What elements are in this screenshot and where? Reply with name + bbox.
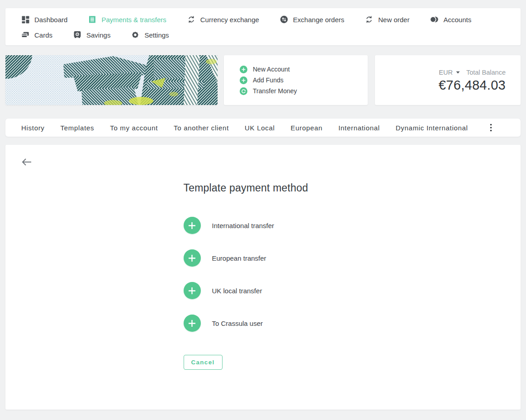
tab-european[interactable]: European (291, 124, 323, 132)
plus-circle-icon (240, 76, 247, 84)
banknote-image (5, 55, 218, 105)
nav-item-label: Exchange orders (293, 16, 344, 24)
more-tabs-button[interactable] (490, 124, 492, 132)
circular-arrows-icon (187, 15, 195, 24)
option-international-transfer[interactable]: International transfer (184, 217, 343, 234)
option-european-transfer[interactable]: European transfer (184, 249, 343, 267)
nav-item-new-order[interactable]: New order (365, 15, 409, 24)
chevron-down-icon (456, 71, 460, 74)
summary-row: New Account Add Funds Transfer Money EUR (5, 55, 521, 105)
dots-vertical-icon (490, 124, 492, 132)
currency-code: EUR (439, 69, 453, 76)
back-button[interactable] (20, 157, 33, 167)
option-label: International transfer (212, 222, 275, 229)
nav-item-label: Cards (34, 31, 52, 39)
nav-item-exchange-orders[interactable]: Exchange orders (280, 15, 344, 24)
transfer-circle-icon (240, 87, 247, 95)
tab-templates[interactable]: Templates (61, 124, 95, 132)
banknote-engraving (5, 55, 218, 105)
tab-to-my-account[interactable]: To my account (110, 124, 158, 132)
payments-tabs: History Templates To my account To anoth… (5, 119, 521, 137)
nav-item-label: Accounts (443, 16, 471, 24)
action-label: Add Funds (253, 76, 284, 84)
circular-arrows-icon (365, 15, 373, 24)
nav-item-label: New order (378, 16, 409, 24)
nav-item-label: Payments & transfers (101, 16, 166, 24)
option-uk-local-transfer[interactable]: UK local transfer (184, 282, 343, 299)
plus-circle-icon (184, 249, 201, 267)
nav-row-1: Dashboard Payments & transfers (21, 13, 505, 26)
nav-item-label: Currency exchange (200, 16, 259, 24)
payment-method-options: International transfer European transfer… (184, 217, 343, 332)
total-balance-amount: €76,484.03 (375, 78, 506, 93)
add-funds-action[interactable]: Add Funds (240, 76, 359, 85)
option-to-crassula-user[interactable]: To Crassula user (184, 315, 343, 332)
nav-item-label: Settings (144, 31, 169, 39)
plus-circle-icon (240, 66, 247, 73)
nav-item-savings[interactable]: Savings (73, 31, 110, 39)
template-payment-panel: Template payment method International tr… (5, 145, 521, 410)
option-label: UK local transfer (212, 287, 262, 295)
nav-item-label: Savings (86, 31, 110, 39)
template-method-content: Template payment method International tr… (184, 145, 343, 370)
page-title: Template payment method (184, 182, 343, 194)
new-account-action[interactable]: New Account (240, 65, 359, 74)
cancel-button[interactable]: Cancel (184, 355, 223, 370)
option-label: To Crassula user (212, 320, 263, 327)
main-nav: Dashboard Payments & transfers (5, 8, 521, 45)
credit-cards-icon (21, 31, 29, 39)
nav-row-2: Cards Savings (21, 29, 505, 41)
up-down-arrows-circle-icon (280, 15, 288, 24)
gear-icon (131, 31, 139, 39)
plus-circle-icon (184, 315, 201, 332)
dashboard-icon (21, 15, 29, 24)
receipt-icon (88, 15, 96, 24)
action-label: Transfer Money (253, 87, 297, 95)
tab-uk-local[interactable]: UK Local (245, 124, 275, 132)
nav-item-dashboard[interactable]: Dashboard (21, 15, 67, 24)
tab-dynamic-international[interactable]: Dynamic International (396, 124, 468, 132)
option-label: European transfer (212, 254, 266, 262)
arrow-left-icon (21, 158, 32, 166)
tab-to-another-client[interactable]: To another client (174, 124, 229, 132)
tab-history[interactable]: History (21, 124, 45, 132)
plus-circle-icon (184, 217, 201, 234)
nav-item-accounts[interactable]: Accounts (430, 15, 471, 24)
action-label: New Account (253, 66, 290, 73)
nav-item-settings[interactable]: Settings (131, 31, 169, 39)
transfer-money-action[interactable]: Transfer Money (240, 86, 359, 95)
quick-actions-card: New Account Add Funds Transfer Money (224, 55, 368, 105)
total-balance-label: Total Balance (466, 69, 506, 76)
safe-icon (73, 31, 81, 39)
nav-item-currency-exchange[interactable]: Currency exchange (187, 15, 259, 24)
currency-select[interactable]: EUR (439, 69, 460, 76)
tab-international[interactable]: International (338, 124, 380, 132)
plus-circle-icon (184, 282, 201, 299)
nav-item-label: Dashboard (34, 16, 67, 24)
nav-item-cards[interactable]: Cards (21, 31, 52, 39)
nav-item-payments-transfers[interactable]: Payments & transfers (88, 15, 166, 24)
balance-header: EUR Total Balance (375, 69, 506, 76)
coins-icon (430, 15, 438, 24)
balance-card: EUR Total Balance €76,484.03 (375, 55, 521, 105)
